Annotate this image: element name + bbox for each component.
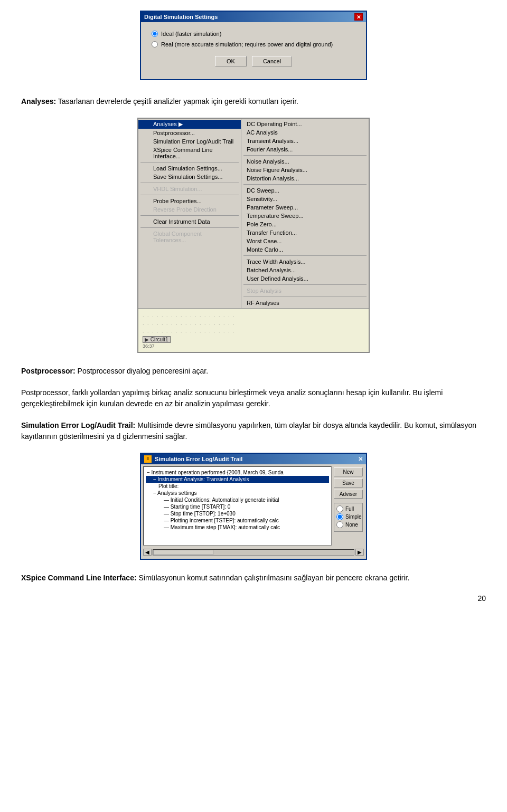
menu-item-analyses[interactable]: Analyses ▶ — [138, 120, 241, 129]
menu-right-param-sweep[interactable]: Parameter Sweep... — [241, 203, 369, 212]
log-titlebar: ≡ Simulation Error Log/Audit Trail ✕ — [141, 454, 366, 464]
circuit-label: ▶ Circuit1 — [143, 337, 171, 342]
dialog-title: Digital Simulation Settings — [144, 14, 218, 20]
log-tree[interactable]: − Instrument operation performed {2008, … — [143, 466, 332, 546]
log-radio-none-label: None — [345, 522, 358, 528]
menu-right-panel: DC Operating Point... AC Analysis Transi… — [241, 119, 369, 308]
xspice-paragraph: XSpice Command Line Interface: Simülasyo… — [21, 572, 486, 584]
close-button[interactable]: ✕ — [354, 13, 363, 21]
log-radio-simple-item: Simple — [336, 513, 360, 520]
page-number: 20 — [21, 594, 486, 603]
menu-item-reverse-probe: Reverse Probe Direction — [138, 205, 241, 214]
scroll-track[interactable] — [153, 549, 354, 556]
log-new-button[interactable]: New — [334, 467, 363, 476]
postprocessor-text: Postprocessor diyalog penceresini açar. — [78, 367, 208, 375]
log-tree-item-6: — Stop time [TSTOP]: 1e+030 — [146, 510, 329, 517]
menu-right-noise-figure[interactable]: Noise Figure Analysis... — [241, 166, 369, 174]
menu-right-dc-op[interactable]: DC Operating Point... — [241, 120, 369, 128]
log-close-button[interactable]: ✕ — [358, 456, 363, 463]
schematic-footer: ▶ Circuit1 — [143, 337, 364, 342]
menu-separator-4 — [140, 215, 239, 216]
log-radio-full[interactable] — [336, 505, 343, 512]
radio-ideal[interactable] — [152, 31, 158, 37]
schematic-coords: 36:37 — [143, 343, 364, 349]
menu-right-batched[interactable]: Batched Analysis... — [241, 266, 369, 274]
log-buttons: New Save Adviser Full Simple None — [332, 464, 366, 548]
radio-ideal-option: Ideal (faster simulation) — [152, 31, 355, 37]
menu-right-pole-zero[interactable]: Pole Zero... — [241, 220, 369, 228]
menu-right-ac[interactable]: AC Analysis — [241, 128, 369, 137]
menu-right-monte-carlo[interactable]: Monte Carlo... — [241, 245, 369, 254]
menu-right-sep4 — [243, 284, 367, 285]
log-radio-none-item: None — [336, 521, 360, 528]
scroll-right-button[interactable]: ▶ — [355, 549, 364, 556]
menu-right-sep1 — [243, 155, 367, 156]
radio-real[interactable] — [152, 41, 158, 47]
log-adviser-button[interactable]: Adviser — [334, 490, 363, 499]
menu-right-user-defined[interactable]: User Defined Analysis... — [241, 274, 369, 283]
log-tree-item-2: Plot title: — [146, 483, 329, 490]
log-radio-full-label: Full — [345, 506, 354, 512]
log-tree-item-4: — Initial Conditions: Automatically gene… — [146, 496, 329, 503]
radio-real-option: Real (more accurate simulation; requires… — [152, 41, 355, 47]
log-dialog: ≡ Simulation Error Log/Audit Trail ✕ − I… — [140, 453, 367, 560]
scroll-thumb[interactable] — [153, 550, 213, 555]
menu-separator-3 — [140, 195, 239, 195]
sim-error-label: Simulation Error Log/Audit Trail: — [21, 421, 135, 429]
menu-right-transient[interactable]: Transient Analysis... — [241, 137, 369, 145]
log-radio-group: Full Simple None — [334, 503, 363, 532]
menu-right-transfer-fn[interactable]: Transfer Function... — [241, 228, 369, 237]
menu-right-worst-case[interactable]: Worst Case... — [241, 237, 369, 245]
xspice-label: XSpice Command Line Interface: — [21, 574, 137, 582]
menu-item-load-settings[interactable]: Load Simulation Settings... — [138, 164, 241, 173]
analyses-text: Tasarlanan devrelerde çeşitli analizler … — [58, 97, 298, 106]
menu-area: Analyses ▶ Postprocessor... Simulation E… — [138, 119, 369, 308]
sim-error-paragraph: Simulation Error Log/Audit Trail: Multis… — [21, 420, 486, 442]
log-radio-full-item: Full — [336, 505, 360, 512]
menu-right-stop-analysis: Stop Analysis — [241, 286, 369, 295]
cancel-button[interactable]: Cancel — [252, 56, 292, 66]
log-radio-none[interactable] — [336, 521, 343, 528]
circuit-name: ▶ Circuit1 — [143, 336, 171, 343]
analyses-label: Analyses: — [21, 97, 56, 106]
menu-right-sep2 — [243, 184, 367, 185]
menu-right-dc-sweep[interactable]: DC Sweep... — [241, 186, 369, 195]
log-icon: ≡ — [144, 455, 152, 463]
log-scrollbar[interactable]: ◀ ▶ — [141, 548, 366, 557]
log-tree-item-1[interactable]: − Instrument Analysis: Transient Analysi… — [146, 476, 329, 483]
log-tree-item-8: — Maximum time step [TMAX]: automaticall… — [146, 524, 329, 531]
menu-right-fourier[interactable]: Fourier Analysis... — [241, 145, 369, 154]
postprocessor-paragraph2: Postprocessor, farklı yollardan yapılmış… — [21, 387, 486, 409]
page-number-text: 20 — [477, 594, 486, 603]
log-radio-simple[interactable] — [336, 513, 343, 520]
log-titlebar-left: ≡ Simulation Error Log/Audit Trail — [144, 455, 242, 463]
menu-item-save-settings[interactable]: Save Simulation Settings... — [138, 173, 241, 181]
menu-right-trace-width[interactable]: Trace Width Analysis... — [241, 257, 369, 266]
analyses-paragraph: Analyses: Tasarlanan devrelerde çeşitli … — [21, 96, 486, 107]
menu-item-xspice[interactable]: XSpice Command Line Interface... — [138, 146, 241, 160]
xspice-text: Simülasyonun komut satırından çalıştırıl… — [139, 574, 410, 582]
menu-right-noise[interactable]: Noise Analysis... — [241, 157, 369, 166]
menu-item-probe-props[interactable]: Probe Properties... — [138, 197, 241, 205]
menu-item-sim-error-log[interactable]: Simulation Error Log/Audit Trail — [138, 137, 241, 146]
menu-separator-2 — [140, 183, 239, 183]
log-save-button[interactable]: Save — [334, 479, 363, 488]
dialog-titlebar: Digital Simulation Settings ✕ — [141, 12, 366, 22]
menu-right-temp-sweep[interactable]: Temperature Sweep... — [241, 212, 369, 220]
menu-left-panel: Analyses ▶ Postprocessor... Simulation E… — [138, 119, 241, 308]
ok-button[interactable]: OK — [215, 56, 247, 66]
menu-right-sep5 — [243, 297, 367, 297]
menu-right-distortion[interactable]: Distortion Analysis... — [241, 174, 369, 183]
menu-right-sensitivity[interactable]: Sensitivity... — [241, 195, 369, 203]
scroll-left-button[interactable]: ◀ — [143, 549, 152, 556]
dialog-buttons: OK Cancel — [152, 52, 355, 73]
dialog-content: Ideal (faster simulation) Real (more acc… — [141, 22, 366, 79]
menu-item-clear-data[interactable]: Clear Instrument Data — [138, 217, 241, 226]
log-dialog-container: ≡ Simulation Error Log/Audit Trail ✕ − I… — [21, 453, 486, 560]
log-title: Simulation Error Log/Audit Trail — [155, 456, 242, 462]
schematic-area: . . . . . . . . . . . . . . . . . . . . … — [138, 308, 369, 352]
menu-right-rf-analyses[interactable]: RF Analyses — [241, 299, 369, 307]
postprocessor-text2: Postprocessor, farklı yollardan yapılmış… — [21, 388, 443, 408]
menu-right-sep3 — [243, 255, 367, 256]
menu-item-postprocessor[interactable]: Postprocessor... — [138, 129, 241, 137]
